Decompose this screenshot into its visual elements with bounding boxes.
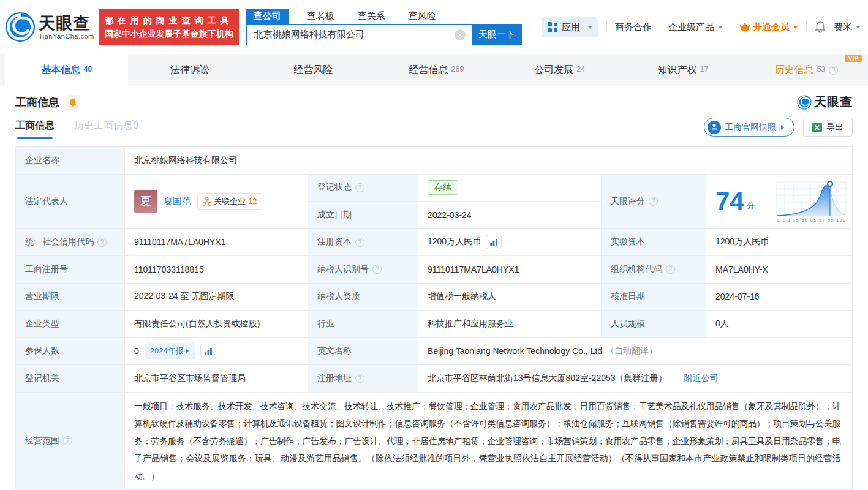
field-taxpayer-quality-label: 纳税人资质 bbox=[308, 284, 418, 311]
divider bbox=[660, 21, 660, 32]
help-icon[interactable] bbox=[355, 238, 364, 247]
apps-menu-label: 应用 bbox=[562, 21, 580, 33]
capital-trend-icon[interactable] bbox=[486, 235, 502, 249]
menu-business-cooperation[interactable]: 商务合作 bbox=[615, 21, 652, 33]
tianyancha-logo[interactable]: 天眼查 TianYanCha.com bbox=[5, 12, 94, 42]
search-tab-risk[interactable]: 查风险 bbox=[404, 9, 441, 24]
menu-enterprise-products[interactable]: 企业级产品 bbox=[668, 21, 723, 33]
user-menu[interactable]: 费米 bbox=[834, 21, 861, 33]
annual-report-badge[interactable]: 2024年报 bbox=[145, 343, 195, 359]
user-name: 费米 bbox=[834, 21, 852, 33]
arrow-right-icon bbox=[186, 349, 191, 353]
field-est-date-value: 2022-03-24 bbox=[418, 202, 602, 229]
vip-badge: VIP bbox=[845, 55, 862, 62]
notification-bell-icon[interactable] bbox=[815, 21, 826, 33]
help-icon[interactable] bbox=[372, 265, 382, 274]
help-icon[interactable] bbox=[829, 66, 838, 75]
divider bbox=[606, 21, 607, 32]
tab-company-development[interactable]: 公司发展24 bbox=[498, 54, 621, 86]
open-vip-label: 开通会员 bbox=[753, 21, 790, 33]
chevron-down-icon bbox=[856, 26, 861, 31]
official-snapshot-button[interactable]: 工商官网快照 bbox=[704, 118, 794, 137]
help-icon[interactable] bbox=[649, 197, 658, 206]
subscribe-bell-icon[interactable] bbox=[66, 95, 80, 110]
tab-operation-info[interactable]: 经营信息269 bbox=[375, 54, 498, 86]
tianyancha-logo-icon bbox=[5, 12, 36, 42]
field-industry-label: 行业 bbox=[308, 311, 418, 338]
field-staff-size-label: 人员规模 bbox=[602, 311, 706, 338]
field-credit-code-label: 统一社会信用代码 bbox=[16, 229, 125, 257]
promo-banner: 都在用的商业查询工具 国家中小企业发展子基金旗下机构 bbox=[99, 9, 239, 45]
tab-intellectual-property[interactable]: 知识产权17 bbox=[621, 54, 744, 86]
help-icon[interactable] bbox=[355, 374, 364, 383]
enterprise-products-label: 企业级产品 bbox=[668, 21, 714, 33]
tab-history-info[interactable]: VIP 历史信息53 bbox=[745, 54, 868, 86]
field-business-scope-label: 经营范围 bbox=[16, 393, 125, 490]
tab-label: 公司发展 bbox=[534, 64, 573, 77]
nearby-companies-link[interactable]: 附近公司 bbox=[684, 373, 719, 384]
field-taxpayer-id-value: 91110117MA7LA0HYX1 bbox=[418, 256, 602, 284]
tab-legal-proceedings[interactable]: 法律诉讼 bbox=[128, 54, 251, 86]
field-reg-authority-value: 北京市平谷区市场监督管理局 bbox=[125, 365, 308, 393]
insured-trend-icon[interactable] bbox=[200, 344, 216, 358]
legal-rep-avatar[interactable]: 夏 bbox=[134, 190, 157, 213]
field-approval-date-label: 核准日期 bbox=[602, 284, 706, 311]
tab-count: 53 bbox=[817, 65, 825, 74]
help-icon[interactable] bbox=[666, 265, 675, 274]
field-paid-capital-value: 1200万人民币 bbox=[706, 229, 853, 257]
field-score-label: 天眼评分 bbox=[602, 175, 706, 229]
tab-label: 知识产权 bbox=[658, 64, 697, 77]
related-companies-count: 12 bbox=[248, 197, 257, 206]
help-icon[interactable] bbox=[97, 238, 107, 247]
field-company-type-value: 有限责任公司(自然人投资或控股) bbox=[125, 311, 308, 338]
search-tab-company[interactable]: 查公司 bbox=[246, 9, 289, 24]
related-companies-button[interactable]: 关联企业 12 bbox=[197, 193, 262, 210]
tab-operation-risk[interactable]: 经营风险 bbox=[252, 54, 375, 86]
field-staff-size-value: 0人 bbox=[706, 311, 853, 338]
tab-label: 法律诉讼 bbox=[170, 64, 209, 77]
help-icon[interactable] bbox=[63, 436, 72, 445]
search-button[interactable]: 天眼一下 bbox=[472, 24, 522, 45]
field-reg-status-value: 存续 bbox=[418, 175, 602, 202]
related-network-icon bbox=[203, 197, 211, 206]
score-curve-chart: 0 1 3 15 50 85 97 99 100 bbox=[774, 179, 848, 224]
related-companies-label: 关联企业 bbox=[214, 196, 246, 207]
subtab-business-info[interactable]: 工商信息 bbox=[15, 119, 55, 139]
divider bbox=[731, 21, 731, 32]
tab-label: 历史信息 bbox=[774, 64, 813, 77]
field-industry-value: 科技推广和应用服务业 bbox=[418, 311, 602, 338]
tab-basic-info[interactable]: 基本信息40 bbox=[5, 54, 128, 86]
field-reg-capital-value: 1200万人民币 bbox=[418, 229, 602, 257]
search-tab-relation[interactable]: 查关系 bbox=[353, 9, 390, 24]
field-credit-code-value: 91110117MA7LA0HYX1 bbox=[125, 229, 308, 257]
help-icon[interactable] bbox=[355, 183, 364, 192]
export-button[interactable]: 导出 bbox=[803, 118, 853, 137]
field-english-name-value: Beijing Taoniang Network Technology Co.,… bbox=[418, 338, 853, 366]
excel-icon bbox=[812, 123, 822, 132]
legal-rep-link[interactable]: 夏国范 bbox=[164, 195, 191, 207]
site-header: 天眼查 TianYanCha.com 都在用的商业查询工具 国家中小企业发展子基… bbox=[0, 0, 868, 54]
field-reg-number-value: 110117033118815 bbox=[125, 256, 308, 284]
tab-count: 40 bbox=[83, 65, 92, 74]
apps-menu-button[interactable]: 应用 bbox=[542, 17, 598, 37]
chevron-down-icon bbox=[587, 26, 592, 31]
clear-search-icon[interactable] bbox=[455, 29, 466, 40]
search-tab-boss[interactable]: 查老板 bbox=[302, 9, 339, 24]
field-insured-value: 0 2024年报 bbox=[125, 338, 308, 366]
search-input[interactable] bbox=[246, 24, 472, 45]
open-vip-button[interactable]: 开通会员 bbox=[739, 21, 798, 33]
field-org-code-value: MA7LA0HY-X bbox=[706, 256, 853, 284]
tab-count: 17 bbox=[700, 65, 709, 74]
company-info-table: 企业名称 北京桃娘网络科技有限公司 法定代表人 夏 夏国范 关联企业 12 登记… bbox=[15, 146, 853, 490]
stamp-icon bbox=[708, 121, 721, 134]
field-business-term-value: 2022-03-24 至 无固定期限 bbox=[125, 284, 308, 311]
score-unit: 分 bbox=[747, 200, 755, 211]
logo-title: 天眼查 bbox=[39, 14, 94, 32]
field-reg-authority-label: 登记机关 bbox=[16, 365, 125, 393]
divider bbox=[806, 21, 807, 32]
tab-label: 基本信息 bbox=[41, 64, 80, 77]
field-org-code-label: 组织机构代码 bbox=[602, 256, 706, 284]
field-paid-capital-label: 实缴资本 bbox=[602, 229, 706, 257]
field-reg-capital-label: 注册资本 bbox=[308, 229, 418, 257]
subtab-history-business-info[interactable]: 历史工商信息0 bbox=[74, 119, 138, 139]
